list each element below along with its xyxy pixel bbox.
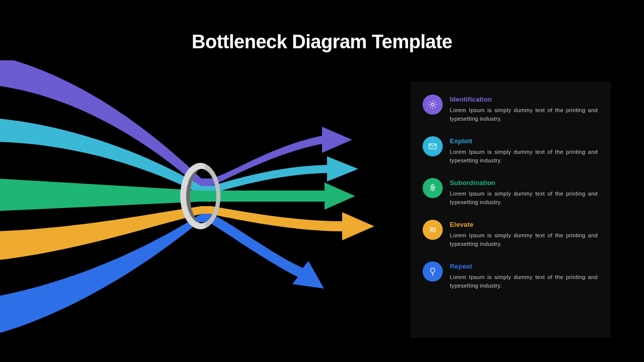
rocket-icon	[423, 178, 443, 198]
item-subordination: Subordination Lorem Ipsum is simply dumm…	[423, 178, 598, 207]
item-identification: Identification Lorem Ipsum is simply dum…	[423, 95, 598, 123]
item-title: Repeat	[450, 262, 598, 270]
svg-point-3	[430, 228, 432, 230]
bottleneck-diagram	[0, 60, 392, 342]
bulb-icon	[423, 261, 443, 282]
item-desc: Lorem Ipsum is simply dummy text of the …	[450, 106, 598, 123]
info-panel: Identification Lorem Ipsum is simply dum…	[411, 81, 611, 338]
svg-point-2	[432, 187, 433, 188]
svg-point-4	[434, 228, 436, 230]
gear-icon	[423, 95, 443, 115]
item-desc: Lorem Ipsum is simply dummy text of the …	[450, 231, 598, 248]
mail-icon	[423, 136, 443, 156]
item-title: Subordination	[450, 179, 598, 187]
item-desc: Lorem Ipsum is simply dummy text of the …	[450, 148, 598, 165]
item-repeat: Repeat Lorem Ipsum is simply dummy text …	[423, 261, 598, 290]
people-icon	[423, 220, 443, 240]
item-desc: Lorem Ipsum is simply dummy text of the …	[450, 190, 598, 207]
item-desc: Lorem Ipsum is simply dummy text of the …	[450, 273, 598, 290]
item-elevate: Elevate Lorem Ipsum is simply dummy text…	[423, 220, 598, 248]
item-exploit: Exploit Lorem Ipsum is simply dummy text…	[423, 136, 598, 165]
item-title: Identification	[450, 96, 598, 103]
arrow-green	[0, 178, 355, 211]
item-title: Elevate	[450, 221, 598, 228]
item-title: Exploit	[450, 137, 598, 145]
svg-point-0	[431, 103, 434, 106]
page-title: Bottleneck Diagram Template	[0, 31, 644, 53]
